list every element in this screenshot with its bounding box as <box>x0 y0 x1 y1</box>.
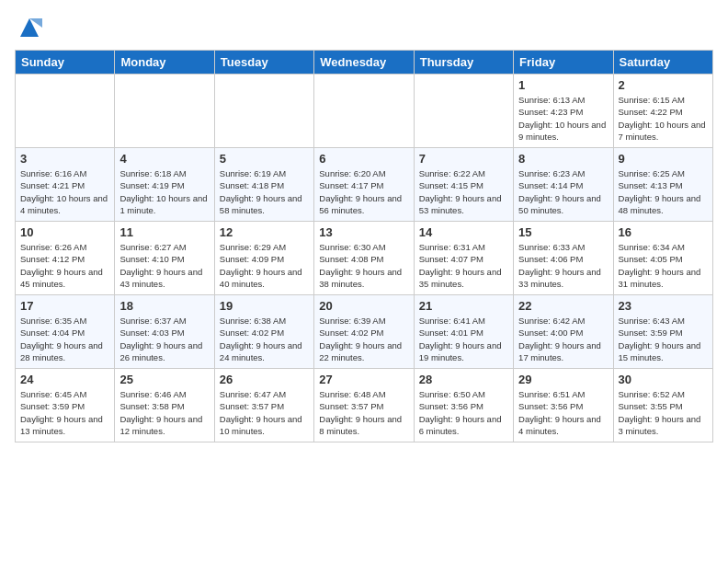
calendar-day-cell: 15Sunrise: 6:33 AM Sunset: 4:06 PM Dayli… <box>514 222 613 295</box>
calendar-week-row: 3Sunrise: 6:16 AM Sunset: 4:21 PM Daylig… <box>16 148 713 222</box>
day-number: 30 <box>619 373 708 386</box>
calendar-day-cell: 19Sunrise: 6:38 AM Sunset: 4:02 PM Dayli… <box>214 295 313 369</box>
day-info: Sunrise: 6:30 AM Sunset: 4:08 PM Dayligh… <box>319 241 408 290</box>
calendar-day-cell: 21Sunrise: 6:41 AM Sunset: 4:01 PM Dayli… <box>414 295 513 369</box>
day-info: Sunrise: 6:20 AM Sunset: 4:17 PM Dayligh… <box>319 167 408 216</box>
calendar-table: SundayMondayTuesdayWednesdayThursdayFrid… <box>15 50 713 442</box>
day-number: 14 <box>419 225 508 239</box>
calendar-day-cell: 11Sunrise: 6:27 AM Sunset: 4:10 PM Dayli… <box>115 222 214 295</box>
calendar-day-cell: 24Sunrise: 6:45 AM Sunset: 3:59 PM Dayli… <box>16 369 115 442</box>
calendar-day-cell: 12Sunrise: 6:29 AM Sunset: 4:09 PM Dayli… <box>214 222 313 295</box>
calendar-week-row: 10Sunrise: 6:26 AM Sunset: 4:12 PM Dayli… <box>16 222 713 295</box>
day-info: Sunrise: 6:16 AM Sunset: 4:21 PM Dayligh… <box>20 167 109 216</box>
calendar-day-cell: 14Sunrise: 6:31 AM Sunset: 4:07 PM Dayli… <box>414 222 513 295</box>
day-info: Sunrise: 6:33 AM Sunset: 4:06 PM Dayligh… <box>518 241 608 290</box>
day-number: 18 <box>119 299 209 313</box>
day-info: Sunrise: 6:45 AM Sunset: 3:59 PM Dayligh… <box>20 388 109 437</box>
calendar-day-cell: 10Sunrise: 6:26 AM Sunset: 4:12 PM Dayli… <box>16 222 115 295</box>
day-number: 9 <box>619 152 708 166</box>
day-info: Sunrise: 6:22 AM Sunset: 4:15 PM Dayligh… <box>419 167 508 216</box>
calendar-day-cell: 30Sunrise: 6:52 AM Sunset: 3:55 PM Dayli… <box>613 369 712 442</box>
calendar-day-cell: 7Sunrise: 6:22 AM Sunset: 4:15 PM Daylig… <box>414 148 513 222</box>
day-info: Sunrise: 6:29 AM Sunset: 4:09 PM Dayligh… <box>220 241 309 290</box>
day-info: Sunrise: 6:46 AM Sunset: 3:58 PM Dayligh… <box>119 388 209 437</box>
calendar-day-cell: 26Sunrise: 6:47 AM Sunset: 3:57 PM Dayli… <box>214 369 313 442</box>
day-info: Sunrise: 6:26 AM Sunset: 4:12 PM Dayligh… <box>20 241 109 290</box>
calendar-day-cell: 22Sunrise: 6:42 AM Sunset: 4:00 PM Dayli… <box>514 295 613 369</box>
calendar-day-cell: 27Sunrise: 6:48 AM Sunset: 3:57 PM Dayli… <box>314 369 414 442</box>
day-info: Sunrise: 6:52 AM Sunset: 3:55 PM Dayligh… <box>619 388 708 437</box>
day-of-week-header: Thursday <box>414 51 513 75</box>
day-info: Sunrise: 6:42 AM Sunset: 4:00 PM Dayligh… <box>518 315 608 363</box>
calendar-day-cell <box>16 75 115 148</box>
day-info: Sunrise: 6:39 AM Sunset: 4:02 PM Dayligh… <box>319 315 408 363</box>
page-container: SundayMondayTuesdayWednesdayThursdayFrid… <box>0 0 728 450</box>
day-of-week-header: Tuesday <box>214 51 313 75</box>
day-number: 22 <box>518 299 608 313</box>
header <box>15 15 713 40</box>
calendar-day-cell: 1Sunrise: 6:13 AM Sunset: 4:23 PM Daylig… <box>514 75 613 148</box>
day-number: 23 <box>619 299 708 313</box>
calendar-day-cell: 3Sunrise: 6:16 AM Sunset: 4:21 PM Daylig… <box>16 148 115 222</box>
day-info: Sunrise: 6:41 AM Sunset: 4:01 PM Dayligh… <box>419 315 508 363</box>
day-number: 10 <box>20 225 109 239</box>
day-number: 28 <box>419 373 508 386</box>
day-number: 29 <box>518 373 608 386</box>
calendar-week-row: 1Sunrise: 6:13 AM Sunset: 4:23 PM Daylig… <box>16 75 713 148</box>
day-of-week-header: Friday <box>514 51 613 75</box>
calendar-week-row: 17Sunrise: 6:35 AM Sunset: 4:04 PM Dayli… <box>16 295 713 369</box>
calendar-day-cell: 23Sunrise: 6:43 AM Sunset: 3:59 PM Dayli… <box>613 295 712 369</box>
day-number: 25 <box>119 373 209 386</box>
day-info: Sunrise: 6:50 AM Sunset: 3:56 PM Dayligh… <box>419 388 508 437</box>
day-of-week-header: Sunday <box>16 51 115 75</box>
day-number: 7 <box>419 152 508 166</box>
day-number: 16 <box>619 225 708 239</box>
day-number: 27 <box>319 373 408 386</box>
calendar-day-cell: 17Sunrise: 6:35 AM Sunset: 4:04 PM Dayli… <box>16 295 115 369</box>
day-number: 19 <box>220 299 309 313</box>
day-info: Sunrise: 6:27 AM Sunset: 4:10 PM Dayligh… <box>119 241 209 290</box>
day-number: 1 <box>518 78 608 92</box>
day-info: Sunrise: 6:48 AM Sunset: 3:57 PM Dayligh… <box>319 388 408 437</box>
day-number: 8 <box>518 152 608 166</box>
calendar-week-row: 24Sunrise: 6:45 AM Sunset: 3:59 PM Dayli… <box>16 369 713 442</box>
day-number: 21 <box>419 299 508 313</box>
day-number: 4 <box>119 152 209 166</box>
calendar-day-cell: 9Sunrise: 6:25 AM Sunset: 4:13 PM Daylig… <box>613 148 712 222</box>
calendar-day-cell: 4Sunrise: 6:18 AM Sunset: 4:19 PM Daylig… <box>115 148 214 222</box>
day-number: 13 <box>319 225 408 239</box>
day-info: Sunrise: 6:34 AM Sunset: 4:05 PM Dayligh… <box>619 241 708 290</box>
calendar-header-row: SundayMondayTuesdayWednesdayThursdayFrid… <box>16 51 713 75</box>
calendar-day-cell: 6Sunrise: 6:20 AM Sunset: 4:17 PM Daylig… <box>314 148 414 222</box>
day-number: 6 <box>319 152 408 166</box>
day-of-week-header: Monday <box>115 51 214 75</box>
day-number: 15 <box>518 225 608 239</box>
calendar-day-cell: 18Sunrise: 6:37 AM Sunset: 4:03 PM Dayli… <box>115 295 214 369</box>
calendar-day-cell <box>314 75 414 148</box>
calendar-day-cell: 20Sunrise: 6:39 AM Sunset: 4:02 PM Dayli… <box>314 295 414 369</box>
day-info: Sunrise: 6:51 AM Sunset: 3:56 PM Dayligh… <box>518 388 608 437</box>
calendar-day-cell: 13Sunrise: 6:30 AM Sunset: 4:08 PM Dayli… <box>314 222 414 295</box>
logo-icon <box>17 15 42 40</box>
day-number: 20 <box>319 299 408 313</box>
day-info: Sunrise: 6:47 AM Sunset: 3:57 PM Dayligh… <box>220 388 309 437</box>
day-number: 2 <box>619 78 708 92</box>
day-number: 26 <box>220 373 309 386</box>
day-number: 5 <box>220 152 309 166</box>
calendar-day-cell: 16Sunrise: 6:34 AM Sunset: 4:05 PM Dayli… <box>613 222 712 295</box>
day-number: 17 <box>20 299 109 313</box>
calendar-day-cell: 28Sunrise: 6:50 AM Sunset: 3:56 PM Dayli… <box>414 369 513 442</box>
calendar-day-cell <box>214 75 313 148</box>
day-info: Sunrise: 6:23 AM Sunset: 4:14 PM Dayligh… <box>518 167 608 216</box>
day-of-week-header: Saturday <box>613 51 712 75</box>
day-number: 24 <box>20 373 109 386</box>
day-number: 12 <box>220 225 309 239</box>
day-info: Sunrise: 6:43 AM Sunset: 3:59 PM Dayligh… <box>619 315 708 363</box>
day-number: 11 <box>119 225 209 239</box>
calendar-day-cell: 5Sunrise: 6:19 AM Sunset: 4:18 PM Daylig… <box>214 148 313 222</box>
day-info: Sunrise: 6:15 AM Sunset: 4:22 PM Dayligh… <box>619 94 708 143</box>
calendar-day-cell: 29Sunrise: 6:51 AM Sunset: 3:56 PM Dayli… <box>514 369 613 442</box>
day-info: Sunrise: 6:31 AM Sunset: 4:07 PM Dayligh… <box>419 241 508 290</box>
day-number: 3 <box>20 152 109 166</box>
day-of-week-header: Wednesday <box>314 51 414 75</box>
